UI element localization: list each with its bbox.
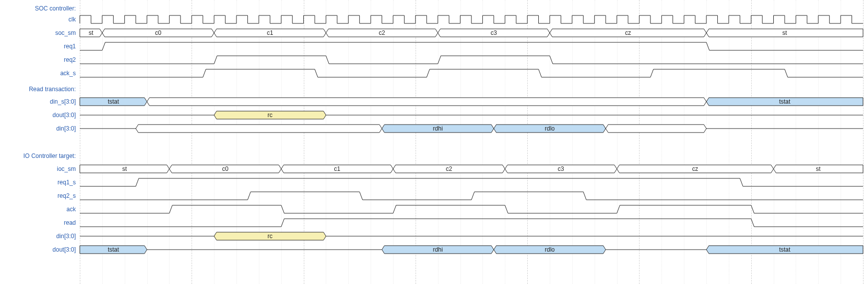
- req2-s-label: req2_s: [0, 192, 79, 199]
- soc-sm-wave: stc0c1c2c3czst: [80, 27, 863, 38]
- ioc-sm-label: ioc_sm: [0, 165, 79, 172]
- dout2-wave: tstatrdhirdlotstat: [80, 244, 863, 255]
- svg-text:st: st: [782, 29, 787, 36]
- svg-text:rdhi: rdhi: [433, 246, 443, 253]
- read-row: read: [0, 217, 868, 228]
- svg-text:c0: c0: [222, 165, 228, 172]
- svg-text:cz: cz: [692, 165, 698, 172]
- read-label: read: [0, 219, 79, 226]
- svg-text:st: st: [122, 165, 127, 172]
- svg-text:rc: rc: [267, 233, 272, 240]
- svg-text:tstat: tstat: [108, 246, 119, 253]
- read-transaction-heading: Read transaction:: [0, 86, 79, 93]
- dout2-row: dout[3:0] tstatrdhirdlotstat: [0, 244, 868, 255]
- din-wave: rdhirdlo: [80, 123, 863, 134]
- svg-text:rdlo: rdlo: [545, 246, 555, 253]
- svg-text:c0: c0: [155, 29, 162, 36]
- din-row: din[3:0] rdhirdlo: [0, 123, 868, 134]
- dout-label: dout[3:0]: [0, 112, 79, 119]
- din2-row: din[3:0] rc: [0, 231, 868, 242]
- dout-row: dout[3:0] rc: [0, 110, 868, 121]
- req2-s-row: req2_s: [0, 190, 868, 201]
- din-s-label: din_s[3:0]: [0, 98, 79, 105]
- ack-label: ack: [0, 206, 79, 213]
- svg-text:c2: c2: [446, 165, 452, 172]
- clk-label: clk: [0, 16, 79, 23]
- read-txn-heading-row: Read transaction:: [0, 84, 868, 95]
- ioc-sm-wave: stc0c1c2c3czst: [80, 163, 863, 174]
- timing-diagram: SOC controller: clk soc_sm stc0c1c2c3czs…: [0, 0, 868, 284]
- soc-sm-label: soc_sm: [0, 29, 79, 36]
- din2-label: din[3:0]: [0, 233, 79, 240]
- svg-text:tstat: tstat: [108, 98, 119, 105]
- ack-s-wave: [80, 68, 863, 79]
- read-wave: [80, 217, 863, 228]
- ack-row: ack: [0, 204, 868, 215]
- io-controller-heading: IO Controller target:: [0, 152, 79, 159]
- svg-text:rdhi: rdhi: [433, 125, 443, 132]
- svg-text:rdlo: rdlo: [545, 125, 555, 132]
- svg-text:c3: c3: [558, 165, 564, 172]
- svg-text:c2: c2: [379, 29, 385, 36]
- req2-s-wave: [80, 190, 863, 201]
- svg-text:tstat: tstat: [779, 246, 791, 253]
- ioc-heading-row: IO Controller target:: [0, 150, 868, 161]
- din-s-wave: tstattstat: [80, 96, 863, 107]
- soc-sm-row: soc_sm stc0c1c2c3czst: [0, 27, 868, 38]
- svg-text:c1: c1: [267, 29, 273, 36]
- req1-s-row: req1_s: [0, 177, 868, 188]
- req1-s-wave: [80, 177, 863, 188]
- svg-text:rc: rc: [267, 112, 272, 119]
- ack-s-label: ack_s: [0, 70, 79, 77]
- dout-wave: rc: [80, 110, 863, 121]
- req2-label: req2: [0, 56, 79, 63]
- clk-row: clk: [0, 14, 868, 25]
- req2-row: req2: [0, 54, 868, 65]
- req1-row: req1: [0, 41, 868, 52]
- req1-label: req1: [0, 43, 79, 50]
- soc-controller-heading: SOC controller:: [0, 5, 79, 12]
- svg-text:st: st: [89, 29, 94, 36]
- ack-s-row: ack_s: [0, 68, 868, 79]
- din-label: din[3:0]: [0, 125, 79, 132]
- svg-text:c3: c3: [491, 29, 497, 36]
- din-s-row: din_s[3:0] tstattstat: [0, 96, 868, 107]
- svg-text:cz: cz: [625, 29, 631, 36]
- svg-text:c1: c1: [334, 165, 341, 172]
- req1-wave: [80, 41, 863, 52]
- dout2-label: dout[3:0]: [0, 246, 79, 253]
- ioc-sm-row: ioc_sm stc0c1c2c3czst: [0, 163, 868, 174]
- din2-wave: rc: [80, 231, 863, 242]
- clk-wave: [80, 14, 863, 25]
- svg-text:st: st: [816, 165, 821, 172]
- ack-wave: [80, 204, 863, 215]
- svg-text:tstat: tstat: [779, 98, 791, 105]
- soc-heading-row: SOC controller:: [0, 3, 868, 14]
- req2-wave: [80, 54, 863, 65]
- req1-s-label: req1_s: [0, 179, 79, 186]
